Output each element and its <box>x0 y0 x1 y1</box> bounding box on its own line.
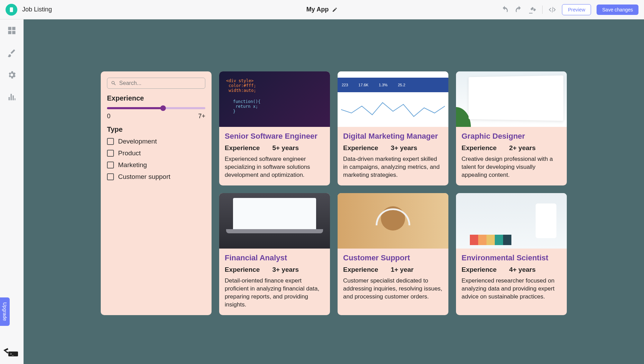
card-title: Graphic Designer <box>462 132 561 141</box>
slider-max: 7+ <box>198 113 205 120</box>
card-description: Detail-oriented finance expert proficien… <box>225 277 324 309</box>
experience-row: Experience 3+ years <box>225 266 324 274</box>
chart-icon[interactable] <box>7 92 17 102</box>
card-title: Senior Software Engineer <box>225 132 324 141</box>
brand-logo[interactable] <box>6 4 17 16</box>
search-input[interactable] <box>119 80 202 86</box>
gear-icon[interactable] <box>7 70 17 80</box>
brush-icon[interactable] <box>7 48 17 58</box>
slider-thumb[interactable] <box>160 105 166 111</box>
job-card[interactable]: Financial Analyst Experience 3+ years De… <box>219 193 330 315</box>
experience-value: 2+ years <box>509 144 536 152</box>
card-title: Environmental Scientist <box>462 253 561 262</box>
experience-value: 1+ year <box>391 266 413 274</box>
terminal-icon[interactable]: >_ <box>3 348 18 356</box>
job-card[interactable]: Graphic Designer Experience 2+ years Cre… <box>456 71 567 185</box>
experience-row: Experience 1+ year <box>343 266 443 274</box>
card-title: Financial Analyst <box>225 253 324 262</box>
checkbox-label: Development <box>118 138 157 145</box>
checkbox-box[interactable] <box>107 138 114 145</box>
card-image <box>456 71 567 127</box>
experience-label: Experience <box>343 144 378 152</box>
experience-label: Experience <box>462 144 497 152</box>
card-title: Customer Support <box>343 253 443 262</box>
experience-value: 3+ years <box>391 144 417 152</box>
type-heading: Type <box>107 125 205 133</box>
checkbox-label: Customer support <box>118 173 170 181</box>
app-name-wrap: My App <box>306 6 338 13</box>
checkbox-label: Product <box>118 149 141 157</box>
type-checkbox-row[interactable]: Marketing <box>107 161 205 169</box>
topbar: Job Listing My App Preview Save changes <box>0 0 644 19</box>
experience-heading: Experience <box>107 94 205 102</box>
card-image <box>338 193 448 249</box>
experience-row: Experience 3+ years <box>343 144 443 152</box>
checkbox-label: Marketing <box>118 161 147 169</box>
job-card[interactable]: Customer Support Experience 1+ year Cust… <box>338 193 448 315</box>
type-checkbox-row[interactable]: Product <box>107 149 205 157</box>
search-icon <box>111 80 116 86</box>
svg-text:>_: >_ <box>10 352 14 356</box>
grid-icon[interactable] <box>7 26 17 35</box>
preview-button[interactable]: Preview <box>562 4 591 15</box>
svg-marker-0 <box>3 348 8 354</box>
experience-value: 4+ years <box>509 266 536 274</box>
card-image <box>219 193 330 249</box>
code-icon[interactable] <box>548 6 556 14</box>
upgrade-button[interactable]: Upgrade <box>0 297 10 326</box>
card-body: Senior Software Engineer Experience 5+ y… <box>219 127 330 185</box>
cards-grid: Senior Software Engineer Experience 5+ y… <box>219 71 567 315</box>
card-description: Experienced researcher focused on analyz… <box>462 277 561 301</box>
card-description: Data-driven marketing expert skilled in … <box>343 155 443 179</box>
divider <box>542 6 543 14</box>
experience-row: Experience 2+ years <box>462 144 561 152</box>
canvas: Experience 0 7+ Type Development Product… <box>24 19 644 364</box>
slider-min: 0 <box>107 113 110 120</box>
job-card[interactable]: Environmental Scientist Experience 4+ ye… <box>456 193 567 315</box>
experience-row: Experience 5+ years <box>225 144 324 152</box>
undo-icon[interactable] <box>501 6 509 14</box>
checkbox-box[interactable] <box>107 173 114 180</box>
experience-label: Experience <box>225 266 260 274</box>
save-button[interactable]: Save changes <box>597 5 638 15</box>
type-checkbox-row[interactable]: Development <box>107 138 205 145</box>
experience-label: Experience <box>343 266 378 274</box>
search-box[interactable] <box>107 78 205 89</box>
experience-label: Experience <box>225 144 260 152</box>
checkbox-box[interactable] <box>107 162 114 168</box>
app-name: My App <box>306 6 329 13</box>
experience-value: 3+ years <box>272 266 299 274</box>
page-title: Job Listing <box>22 6 52 13</box>
card-body: Environmental Scientist Experience 4+ ye… <box>456 249 567 307</box>
experience-slider[interactable]: 0 7+ <box>107 107 205 120</box>
type-checkbox-row[interactable]: Customer support <box>107 173 205 181</box>
experience-label: Experience <box>462 266 497 274</box>
topbar-actions: Preview Save changes <box>501 4 638 15</box>
filter-panel: Experience 0 7+ Type Development Product… <box>101 71 212 315</box>
card-description: Creative design professional with a tale… <box>462 155 561 179</box>
edit-icon[interactable] <box>332 7 338 12</box>
card-description: Customer specialist dedicated to address… <box>343 277 443 301</box>
card-image <box>219 71 330 127</box>
card-body: Customer Support Experience 1+ year Cust… <box>338 249 448 307</box>
job-card[interactable]: 22317.6K1.3%25.2 Digital Marketing Manag… <box>338 71 448 185</box>
card-description: Experienced software engineer specializi… <box>225 155 324 179</box>
experience-row: Experience 4+ years <box>462 266 561 274</box>
gavel-icon[interactable] <box>528 6 537 14</box>
experience-value: 5+ years <box>272 144 299 152</box>
card-image <box>456 193 567 249</box>
card-image: 22317.6K1.3%25.2 <box>338 71 448 127</box>
job-card[interactable]: Senior Software Engineer Experience 5+ y… <box>219 71 330 185</box>
card-title: Digital Marketing Manager <box>343 132 443 141</box>
board: Experience 0 7+ Type Development Product… <box>101 71 567 315</box>
redo-icon[interactable] <box>515 6 523 14</box>
checkbox-box[interactable] <box>107 150 114 157</box>
card-body: Financial Analyst Experience 3+ years De… <box>219 249 330 315</box>
card-body: Digital Marketing Manager Experience 3+ … <box>338 127 448 185</box>
card-body: Graphic Designer Experience 2+ years Cre… <box>456 127 567 185</box>
